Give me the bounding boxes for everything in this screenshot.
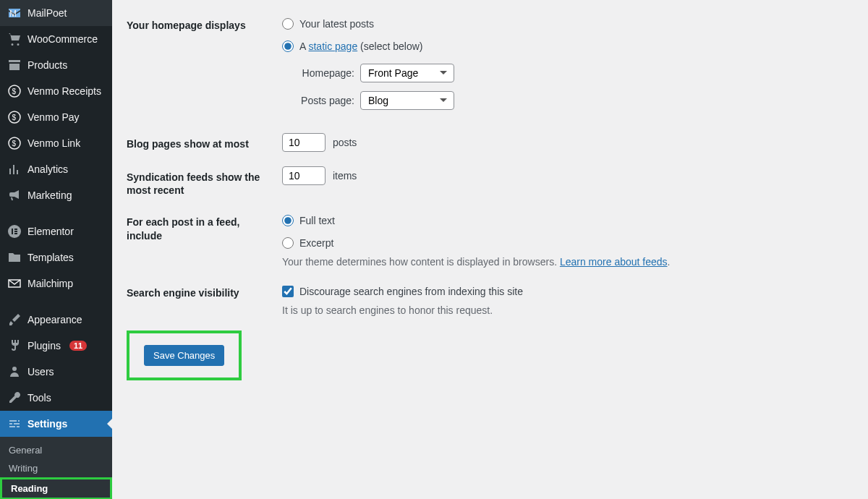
sidebar-item-label: Products	[27, 59, 67, 71]
sidebar-item-label: Templates	[27, 252, 74, 263]
settings-submenu: GeneralWritingReadingDiscussionMedia	[0, 437, 112, 499]
sidebar-item-label: Mailchimp	[27, 278, 73, 289]
svg-text:$: $	[12, 114, 17, 121]
static-page-option[interactable]: A static page (select below)	[282, 37, 854, 52]
homepage-displays-label: Your homepage displays	[127, 14, 282, 32]
static-page-radio[interactable]	[282, 40, 294, 52]
sidebar-item-label: Elementor	[27, 226, 74, 237]
plug-icon	[7, 338, 22, 353]
sidebar-item-label: Venmo Receipts	[27, 85, 101, 97]
mailpoet-icon: M	[7, 6, 22, 20]
svg-rect-8	[12, 229, 13, 234]
latest-posts-option[interactable]: Your latest posts	[282, 14, 854, 30]
syndication-label: Syndication feeds show the most recent	[127, 166, 282, 197]
sidebar-item-mailpoet[interactable]: MMailPoet	[0, 0, 112, 26]
static-page-link[interactable]: static page	[308, 40, 357, 52]
homepage-select-label: Homepage:	[297, 67, 354, 79]
svg-text:$: $	[12, 140, 17, 148]
money-icon: $	[7, 136, 22, 150]
wrench-icon	[7, 391, 22, 405]
sidebar-item-venmo-pay[interactable]: $Venmo Pay	[0, 104, 112, 130]
feed-excerpt-text: Excerpt	[299, 237, 333, 249]
brush-icon	[7, 312, 22, 327]
sidebar-item-label: Settings	[27, 418, 67, 430]
folder-icon	[7, 250, 22, 265]
latest-posts-radio[interactable]	[282, 18, 294, 30]
feed-fulltext-radio[interactable]	[282, 215, 294, 226]
mail-icon	[7, 276, 22, 291]
sidebar-item-tools[interactable]: Tools	[0, 385, 112, 411]
svg-rect-11	[14, 233, 17, 234]
sidebar-item-label: WooCommerce	[27, 33, 98, 45]
sidebar-item-label: Venmo Pay	[27, 111, 80, 123]
feed-excerpt-radio[interactable]	[282, 237, 294, 249]
settings-reading-content: Your homepage displays Your latest posts…	[112, 0, 868, 499]
sidebar-item-mailchimp[interactable]: Mailchimp	[0, 270, 112, 297]
chart-icon	[7, 162, 22, 176]
posts-page-select-label: Posts page:	[297, 95, 354, 106]
money-icon: $	[7, 110, 22, 124]
save-highlight-box: Save Changes	[127, 330, 242, 380]
svg-point-12	[12, 367, 17, 371]
feed-fulltext-text: Full text	[299, 215, 335, 226]
sidebar-item-label: Venmo Link	[27, 137, 80, 149]
feed-excerpt-option[interactable]: Excerpt	[282, 234, 854, 249]
submenu-item-reading[interactable]: Reading	[0, 477, 112, 499]
sidebar-item-label: Appearance	[27, 314, 82, 325]
save-button[interactable]: Save Changes	[144, 345, 224, 366]
sidebar-item-label: Plugins	[27, 340, 61, 351]
homepage-select[interactable]: Front Page	[360, 64, 454, 82]
latest-posts-text: Your latest posts	[299, 18, 374, 30]
static-suffix: (select below)	[357, 40, 422, 52]
feed-desc: Your theme determines how content is dis…	[282, 256, 854, 268]
sidebar-item-products[interactable]: Products	[0, 52, 112, 78]
admin-sidebar: MMailPoetWooCommerceProducts$Venmo Recei…	[0, 0, 112, 499]
sidebar-item-elementor[interactable]: Elementor	[0, 218, 112, 244]
users-icon	[7, 364, 22, 379]
sidebar-item-templates[interactable]: Templates	[0, 244, 112, 270]
megaphone-icon	[7, 188, 22, 202]
settings-icon	[7, 417, 22, 431]
submenu-item-general[interactable]: General	[0, 441, 112, 459]
feed-fulltext-option[interactable]: Full text	[282, 211, 854, 226]
svg-text:$: $	[12, 88, 17, 95]
sidebar-item-appearance[interactable]: Appearance	[0, 307, 112, 333]
sidebar-item-woocommerce[interactable]: WooCommerce	[0, 26, 112, 52]
syndication-unit: items	[333, 170, 357, 182]
blog-pages-label: Blog pages show at most	[127, 133, 282, 150]
search-visibility-label: Search engine visibility	[127, 282, 282, 299]
static-prefix: A	[299, 40, 308, 52]
sidebar-item-marketing[interactable]: Marketing	[0, 182, 112, 208]
feed-include-label: For each post in a feed, include	[127, 211, 282, 242]
svg-rect-9	[14, 229, 17, 230]
archive-icon	[7, 58, 22, 72]
discourage-search-option[interactable]: Discourage search engines from indexing …	[282, 282, 854, 297]
sidebar-item-label: MailPoet	[27, 7, 67, 19]
sidebar-item-label: Users	[27, 366, 54, 378]
blog-pages-unit: posts	[333, 137, 357, 148]
sidebar-item-analytics[interactable]: Analytics	[0, 156, 112, 182]
sidebar-item-label: Tools	[27, 392, 51, 404]
sidebar-item-plugins[interactable]: Plugins11	[0, 333, 112, 359]
sidebar-item-venmo-link[interactable]: $Venmo Link	[0, 130, 112, 156]
discourage-search-checkbox[interactable]	[282, 286, 294, 297]
plugins-badge: 11	[69, 341, 87, 351]
money-icon: $	[7, 84, 22, 98]
search-desc: It is up to search engines to honor this…	[282, 304, 854, 316]
discourage-search-text: Discourage search engines from indexing …	[299, 286, 523, 297]
learn-feeds-link[interactable]: Learn more about feeds	[560, 256, 668, 268]
sidebar-item-settings[interactable]: Settings	[0, 411, 112, 437]
posts-page-select[interactable]: Blog	[360, 91, 454, 110]
blog-pages-input[interactable]	[282, 133, 326, 152]
sidebar-item-users[interactable]: Users	[0, 359, 112, 385]
svg-rect-10	[14, 231, 17, 232]
svg-text:M: M	[9, 9, 17, 19]
sidebar-item-venmo-receipts[interactable]: $Venmo Receipts	[0, 78, 112, 104]
elementor-icon	[7, 224, 22, 239]
cart-icon	[7, 32, 22, 46]
submenu-item-writing[interactable]: Writing	[0, 459, 112, 477]
sidebar-item-label: Analytics	[27, 163, 68, 175]
sidebar-item-label: Marketing	[27, 189, 72, 201]
syndication-input[interactable]	[282, 166, 326, 185]
